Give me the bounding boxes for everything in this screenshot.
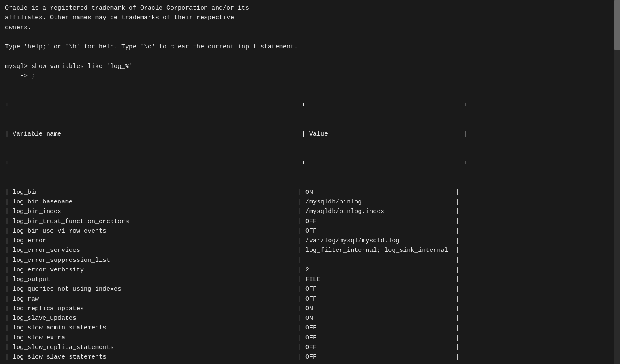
header-line-1: Oracle is a registered trademark of Orac…	[5, 3, 615, 13]
table-top-border: +---------------------------------------…	[5, 100, 615, 110]
table-row: | log_bin_index | /mysqldb/binlog.index …	[5, 207, 615, 216]
table-row: | log_slave_updates | ON |	[5, 314, 615, 323]
table-row: | log_error | /var/log/mysql/mysqld.log …	[5, 236, 615, 246]
table-row: | log_statements_unsafe_for_binlog | ON …	[5, 362, 615, 364]
table-body: | log_bin | ON || log_bin_basename |	[5, 188, 615, 364]
table-row: | log_error_verbosity | 2 |	[5, 265, 615, 275]
table-row: | log_bin_basename | /mysqldb/binlog |	[5, 197, 615, 207]
header-line-5: Type 'help;' or '\h' for help. Type '\c'…	[5, 42, 615, 52]
table-row: | log_replica_updates | ON |	[5, 304, 615, 314]
table-row: | log_bin_trust_function_creators | OFF …	[5, 217, 615, 226]
table-row: | log_bin | ON |	[5, 188, 615, 197]
table: +---------------------------------------…	[5, 81, 615, 364]
table-row: | log_error_services | log_filter_intern…	[5, 246, 615, 255]
scrollbar[interactable]	[614, 0, 620, 364]
table-row: | log_slow_extra | OFF |	[5, 333, 615, 343]
header-text: Oracle is a registered trademark of Orac…	[5, 3, 615, 62]
table-row: | log_slow_slave_statements | OFF |	[5, 352, 615, 362]
header-line-4	[5, 33, 615, 42]
command-cont-line: -> ;	[5, 71, 615, 81]
table-row: | log_error_suppression_list | |	[5, 256, 615, 265]
table-row: | log_slow_replica_statements | OFF |	[5, 343, 615, 352]
command-line: mysql> show variables like 'log_%'	[5, 62, 615, 71]
table-header-border: +---------------------------------------…	[5, 158, 615, 168]
table-row: | log_raw | OFF |	[5, 294, 615, 304]
header-line-6	[5, 52, 615, 61]
table-row: | log_queries_not_using_indexes | OFF |	[5, 284, 615, 294]
terminal-window: Oracle is a registered trademark of Orac…	[0, 0, 620, 364]
table-row: | log_bin_use_v1_row_events | OFF |	[5, 226, 615, 236]
header-line-3: owners.	[5, 23, 615, 33]
header-line-2: affiliates. Other names may be trademark…	[5, 13, 615, 23]
table-row: | log_slow_admin_statements | OFF |	[5, 323, 615, 333]
table-header: | Variable_name | Value |	[5, 129, 615, 139]
scrollbar-thumb[interactable]	[614, 0, 620, 50]
table-row: | log_output | FILE |	[5, 275, 615, 284]
